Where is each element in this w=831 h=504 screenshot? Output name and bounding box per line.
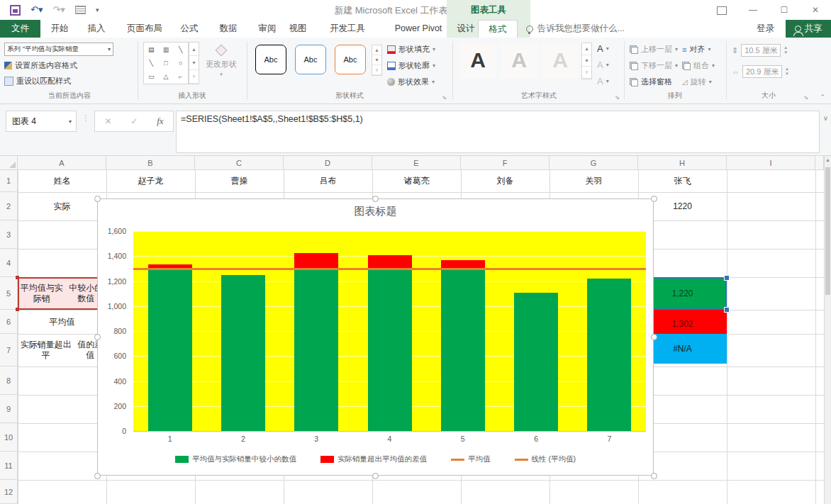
column-header-A[interactable]: A [18,156,106,170]
average-line[interactable] [133,268,646,270]
row-header-10[interactable]: 10 [0,423,18,452]
chart-title[interactable]: 图表标题 [98,205,653,218]
select-all-corner[interactable] [0,156,18,170]
chart-resize-handle[interactable] [651,196,657,202]
sign-in-link[interactable]: 登录 [757,20,774,38]
chart-plot-area[interactable] [133,231,646,431]
minimize-icon[interactable]: — [737,0,769,20]
column-header-E[interactable]: E [372,156,461,170]
row-header-7[interactable]: 7 [0,334,18,366]
column-header-H[interactable]: H [638,156,727,170]
y-axis-label-1,400: 1,400 [98,252,126,260]
tab-8[interactable]: 开发工具 [316,20,379,38]
x-axis-label-5: 5 [449,435,477,443]
column-header-sliver[interactable] [815,156,824,170]
close-icon[interactable]: ✕ [800,0,831,20]
bar-green-1[interactable] [148,269,192,431]
vertical-scrollbar[interactable]: ▲ [824,156,831,504]
group-label-size: 大小 [729,91,808,101]
row-header-8[interactable]: 8 [0,366,18,395]
bar-red-3[interactable] [294,253,338,269]
ribbon-display-options-icon[interactable] [706,0,737,20]
legend-item-3[interactable]: 平均值 [451,454,491,464]
bar-green-4[interactable] [368,269,412,431]
shape-styles-dialog-launcher[interactable]: ⇘ [442,94,447,101]
column-header-D[interactable]: D [284,156,372,170]
name-box[interactable]: 图表 4▾ [6,111,77,132]
cell-row1-col4[interactable]: 吕布 [284,170,372,192]
cell-a2[interactable]: 实际 [18,192,106,220]
collapse-ribbon-icon[interactable]: ⌃ [820,94,825,101]
cell-a6[interactable]: 平均值 [18,310,106,334]
chart-resize-handle[interactable] [372,196,379,202]
maximize-icon[interactable]: ☐ [769,0,800,20]
bar-green-6[interactable] [514,293,558,431]
size-dialog-launcher[interactable]: ⇘ [803,94,808,101]
y-axis-label-0: 0 [98,427,126,435]
cell-row1-col6[interactable]: 刘备 [461,170,550,192]
tab-contextual-格式[interactable]: 格式 [478,20,518,38]
cell-a7[interactable]: 实际销量超出平值的差值 [18,334,106,366]
y-axis-label-1,600: 1,600 [98,227,126,235]
column-header-I[interactable]: I [727,156,815,170]
worksheet-grid[interactable]: ABCDEFGHI123456789101112姓名赵子龙曹操吕布诸葛亮刘备关羽… [0,156,831,504]
formula-input[interactable]: =SERIES(Sheet1!$A$5,,Sheet1!$B$5:$H$5,1) [176,111,820,153]
bar-green-5[interactable] [441,269,485,431]
row-header-11[interactable]: 11 [0,452,18,480]
row-header-2[interactable]: 2 [0,192,18,220]
bar-red-4[interactable] [368,255,412,268]
row-header-6[interactable]: 6 [0,310,18,334]
row-header-1[interactable]: 1 [0,170,18,192]
y-axis-label-800: 800 [98,327,126,335]
formula-bar-row: 图表 4▾ ⋮ ✕ ✓ fx =SERIES(Sheet1!$A$5,,Shee… [0,104,831,156]
range-handle-red [16,276,19,279]
legend-item-4[interactable]: 线性 (平均值) [515,454,576,464]
row-header-4[interactable]: 4 [0,249,18,277]
formula-bar-divider: ⋮ [82,114,89,122]
column-header-B[interactable]: B [106,156,195,170]
chart-resize-handle[interactable] [372,473,379,479]
cell-row1-col1[interactable]: 姓名 [18,170,106,192]
chart-resize-handle[interactable] [94,334,101,340]
legend-color-swatch [320,456,334,463]
bar-green-7[interactable] [587,279,631,431]
row-header-5[interactable]: 5 [0,277,18,310]
wordart-dialog-launcher[interactable]: ⇘ [615,94,620,101]
cell-row1-col8[interactable]: 张飞 [638,170,727,192]
cell-row1-col7[interactable]: 关羽 [550,170,638,192]
chart-resize-handle[interactable] [651,473,657,479]
legend-label: 平均值 [468,454,491,464]
chart-resize-handle[interactable] [94,473,101,479]
chart-object[interactable]: 图表标题 02004006008001,0001,2001,4001,60012… [97,198,654,476]
bar-green-2[interactable] [221,275,265,431]
share-button[interactable]: 共享 [786,20,831,38]
cell-a5[interactable]: 平均值与实际销中较小的数值 [18,277,106,310]
insert-function-icon[interactable]: fx [157,116,163,127]
bar-green-3[interactable] [294,269,338,431]
selection-handle-blue[interactable] [724,275,730,281]
expand-formula-bar-icon[interactable]: ∨ [823,114,828,122]
group-label-insert-shapes: 插入形状 [140,91,244,101]
legend-item-2[interactable]: 实际销量超出平均值的差值 [320,454,427,464]
cell-row1-col2[interactable]: 赵子龙 [106,170,195,192]
scrollbar-thumb[interactable] [825,167,830,295]
legend-label: 平均值与实际销量中较小的数值 [192,454,296,464]
cell-row1-col3[interactable]: 曹操 [195,170,284,192]
selection-handle-blue[interactable] [724,307,730,313]
tell-me-box[interactable]: 告诉我您想要做什么... [526,20,625,38]
cancel-icon[interactable]: ✕ [104,116,111,126]
enter-icon[interactable]: ✓ [130,116,138,126]
chart-legend[interactable]: 平均值与实际销量中较小的数值实际销量超出平均值的差值平均值线性 (平均值) [98,454,653,464]
column-header-F[interactable]: F [461,156,550,170]
tab-9[interactable]: Power Pivot [386,20,450,38]
chart-resize-handle[interactable] [651,334,657,340]
row-header-9[interactable]: 9 [0,395,18,423]
chart-resize-handle[interactable] [94,196,101,202]
column-header-G[interactable]: G [550,156,638,170]
row-header-3[interactable]: 3 [0,220,18,249]
scroll-up-icon[interactable]: ▲ [825,157,831,162]
legend-item-1[interactable]: 平均值与实际销量中较小的数值 [175,454,296,464]
cell-row1-col5[interactable]: 诸葛亮 [372,170,461,192]
column-header-C[interactable]: C [195,156,284,170]
row-header-12[interactable]: 12 [0,480,18,504]
